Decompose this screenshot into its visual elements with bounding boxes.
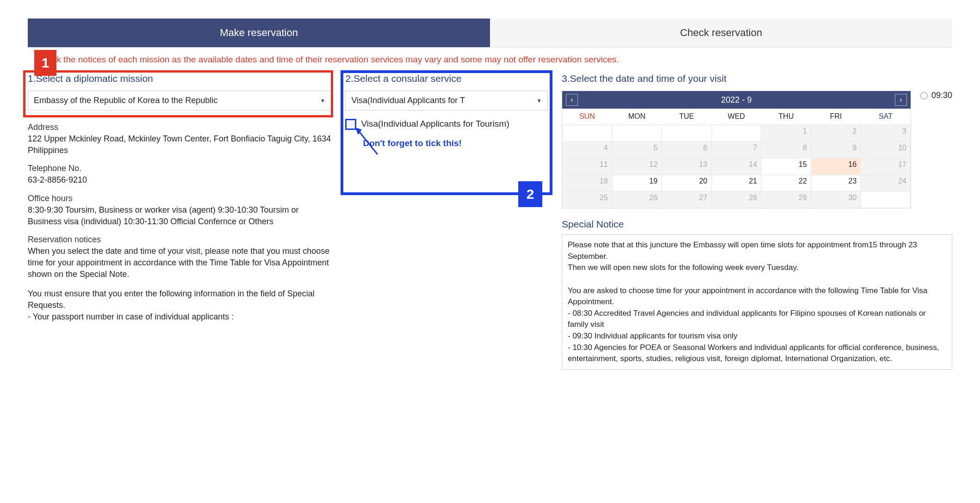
calendar-day: 11 [562,158,612,175]
calendar-day [861,191,911,208]
calendar-day[interactable]: 20 [662,175,712,191]
calendar-dow: SAT [861,109,911,125]
tick-note: Don't forget to tick this! [363,138,548,148]
tab-make-reservation[interactable]: Make reservation [28,18,490,47]
annotation-badge-2: 2 [518,181,542,207]
step1-title: 1.Select a diplomatic mission [28,73,331,84]
calendar-day: 5 [612,141,662,158]
calendar-dow: FRI [811,109,861,125]
special-notice-body: Please note that at this juncture the Em… [562,234,952,370]
calendar-dow: TUE [662,109,712,125]
calendar-header: ‹ 2022 - 9 › [562,91,911,109]
resv-text-1: When you select the date and time of you… [28,245,331,281]
calendar-day[interactable]: 15 [761,158,811,175]
service-checkbox[interactable] [345,119,356,130]
calendar-day: 28 [712,191,762,208]
mission-selected: Embassy of the Republic of Korea to the … [34,96,217,105]
tel-text: 63-2-8856-9210 [28,174,331,186]
tab-bar: Make reservation Check reservation [28,18,952,48]
calendar-day: 13 [662,158,712,175]
calendar-day: 1 [761,125,811,141]
hours-label: Office hours [28,194,331,203]
calendar-day: 4 [562,141,612,158]
calendar-day: 27 [662,191,712,208]
special-notice-title: Special Notice [562,219,952,230]
resv-text-2: You must ensure that you enter the follo… [28,288,331,323]
calendar-day: 8 [761,141,811,158]
service-option-label: Visa(Individual Applicants for Tourism) [361,118,509,130]
calendar-day: 7 [712,141,762,158]
calendar-dow: MON [612,109,662,125]
calendar-day: 9 [811,141,861,158]
calendar-day [612,125,662,141]
calendar-month: 2022 - 9 [578,95,895,105]
calendar-day[interactable]: 21 [712,175,762,191]
caret-down-icon: ▼ [320,98,326,104]
calendar-day: 25 [562,191,612,208]
calendar-next-button[interactable]: › [895,94,907,106]
service-selected: Visa(Individual Applicants for T [351,96,465,105]
calendar-day [562,125,612,141]
calendar-day [662,125,712,141]
calendar-day[interactable]: 22 [761,175,811,191]
calendar-day: 12 [612,158,662,175]
calendar-day [712,125,762,141]
calendar-dow: WED [712,109,762,125]
calendar-day[interactable]: 19 [612,175,662,191]
annotation-badge-1: 1 [34,50,56,76]
calendar-prev-button[interactable]: ‹ [566,94,578,106]
address-label: Address [28,123,331,132]
calendar-day: 3 [861,125,911,141]
mission-dropdown[interactable]: Embassy of the Republic of Korea to the … [28,91,331,110]
calendar-dow: SUN [562,109,612,125]
calendar-day: 18 [562,175,612,191]
calendar-day[interactable]: 23 [811,175,861,191]
step2-title: 2.Select a consular service [345,73,548,84]
calendar-day: 2 [811,125,861,141]
address-text: 122 Upper Mckinley Road, Mckinley Town C… [28,133,331,156]
calendar-day: 30 [811,191,861,208]
tab-check-reservation[interactable]: Check reservation [490,18,952,47]
time-option[interactable]: 09:30 [920,91,952,100]
time-option-label: 09:30 [931,91,952,100]
calendar-dow: THU [761,109,811,125]
service-dropdown[interactable]: Visa(Individual Applicants for T ▼ [345,91,548,110]
top-notice: ***check the notices of each mission as … [28,55,952,65]
calendar-day: 24 [861,175,911,191]
tel-label: Telephone No. [28,164,331,173]
caret-down-icon: ▼ [536,98,542,104]
step3-title: 3.Select the date and time of your visit [562,73,952,84]
resv-label: Reservation notices [28,235,331,245]
calendar-day: 6 [662,141,712,158]
annotation-highlight-2 [341,70,552,195]
calendar-day[interactable]: 16 [811,158,861,175]
calendar-day: 14 [712,158,762,175]
calendar-day: 29 [761,191,811,208]
radio-icon [920,92,928,99]
calendar-day: 10 [861,141,911,158]
hours-text: 8:30-9:30 Toursim, Business or worker vi… [28,204,331,227]
calendar-day: 17 [861,158,911,175]
calendar-day: 26 [612,191,662,208]
